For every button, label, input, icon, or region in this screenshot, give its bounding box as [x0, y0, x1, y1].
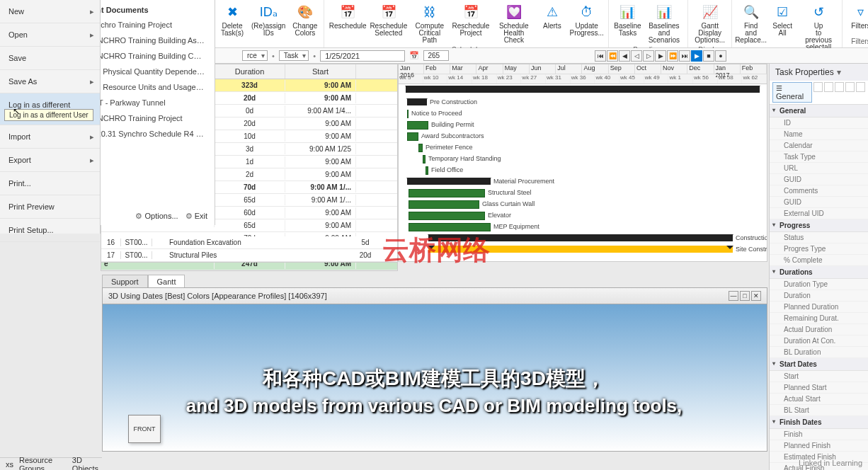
tab-support[interactable]: Support: [102, 275, 148, 288]
btab-1[interactable]: xs: [6, 460, 13, 469]
gantt-bar[interactable]: [407, 98, 427, 105]
props-tab-icon-2[interactable]: [824, 82, 833, 92]
prop-item[interactable]: Duration At Con.: [770, 336, 868, 347]
props-tab-icon-3[interactable]: [835, 82, 844, 92]
file-menu-import[interactable]: Import: [0, 125, 100, 149]
prop-item[interactable]: Duration Type: [770, 279, 868, 290]
ribbon-change-colors[interactable]: 🎨Change Colors: [290, 1, 319, 45]
gantt-bar[interactable]: [407, 178, 491, 185]
prop-section-general[interactable]: General: [770, 105, 868, 118]
gantt-bar[interactable]: [407, 121, 428, 130]
file-menu-export[interactable]: Export: [0, 149, 100, 172]
prop-item[interactable]: External UID: [770, 208, 868, 219]
options-link[interactable]: Options...: [135, 212, 178, 221]
close-icon[interactable]: ✕: [751, 291, 761, 301]
nav-prev-icon[interactable]: ◀: [619, 50, 630, 62]
ribbon-gantt-display-options-[interactable]: 📈Gantt Display Options...: [692, 1, 727, 45]
col-duration[interactable]: Duration: [215, 64, 285, 79]
file-menu-open[interactable]: Open: [0, 23, 100, 47]
gantt-bar[interactable]: [409, 223, 491, 231]
file-menu-save[interactable]: Save: [0, 47, 100, 70]
file-menu-print-preview[interactable]: Print Preview: [0, 195, 100, 219]
ribbon-update-progress-[interactable]: ⏱Update Progress...: [569, 1, 605, 45]
table-row[interactable]: 17ST00...Structural Piles20d: [101, 249, 397, 262]
ribbon--re-assign-ids[interactable]: IDₐ(Re)assign IDs: [249, 1, 287, 45]
gantt-bar[interactable]: [426, 166, 428, 175]
prop-item[interactable]: % Complete: [770, 255, 868, 266]
prop-item[interactable]: Name: [770, 129, 868, 140]
table-row[interactable]: 16ST00...Foundation Excavation5d: [101, 236, 397, 249]
maximize-icon[interactable]: □: [740, 291, 750, 301]
props-title[interactable]: Task Properties: [770, 64, 868, 81]
prop-section-progress[interactable]: Progress: [770, 219, 868, 232]
gantt-bar[interactable]: [409, 212, 485, 220]
file-menu-new[interactable]: New: [0, 0, 100, 23]
date-field[interactable]: 1/25/2021: [320, 50, 405, 62]
ribbon-reschedule[interactable]: 📅Reschedule: [329, 1, 367, 45]
minimize-icon[interactable]: —: [729, 291, 738, 301]
view-cube-front[interactable]: FRONT: [128, 415, 161, 443]
props-tab-icon-5[interactable]: [856, 82, 865, 92]
gantt-bar[interactable]: [423, 155, 426, 164]
prop-item[interactable]: Status: [770, 232, 868, 243]
prop-item[interactable]: Finish: [770, 429, 868, 440]
file-menu-save-as[interactable]: Save As: [0, 70, 100, 93]
prop-item[interactable]: Duration: [770, 290, 868, 302]
ribbon-up-to-previous-selectall[interactable]: ↺Up to previous selectall: [799, 1, 838, 52]
prop-section-durations[interactable]: Durations: [770, 266, 868, 279]
prop-item[interactable]: URL: [770, 163, 868, 174]
combo-source[interactable]: rce: [242, 50, 268, 61]
prop-item[interactable]: Remaining Durat.: [770, 313, 868, 324]
record-icon[interactable]: ●: [715, 50, 726, 62]
ribbon-baselines-and-scenarios[interactable]: 📊Baselines and Scenarios: [644, 1, 683, 45]
combo-task[interactable]: Task: [279, 50, 309, 61]
ribbon-baseline-tasks[interactable]: 📊Baseline Tasks: [613, 1, 641, 45]
prop-section-finish-dates[interactable]: Finish Dates: [770, 416, 868, 429]
ribbon-find-and-replace-[interactable]: 🔍Find and Replace...: [736, 1, 765, 52]
props-tab-icon-4[interactable]: [845, 82, 855, 92]
play-icon[interactable]: ▶: [691, 50, 702, 62]
nav-step-fwd-icon[interactable]: ▷: [643, 50, 654, 62]
gantt-bar[interactable]: [409, 200, 479, 209]
btab-2[interactable]: Resource Groups: [19, 456, 67, 471]
prop-item[interactable]: Calendar: [770, 140, 868, 151]
file-menu-print-setup-[interactable]: Print Setup...: [0, 219, 100, 242]
tab-gantt[interactable]: Gantt: [148, 275, 185, 288]
nav-step-back-icon[interactable]: ◁: [631, 50, 642, 62]
prop-item[interactable]: BL Duration: [770, 347, 868, 358]
nav-next-icon[interactable]: ▶: [655, 50, 666, 62]
prop-item[interactable]: Progres Type: [770, 243, 868, 255]
btab-3[interactable]: 3D Objects: [72, 456, 102, 471]
ribbon-select-all[interactable]: ☑Select All: [768, 1, 796, 52]
prop-item[interactable]: Planned Duration: [770, 302, 868, 313]
prop-item[interactable]: ID: [770, 118, 868, 129]
nav-first-icon[interactable]: ⏮: [595, 50, 606, 62]
ribbon-alerts[interactable]: ⚠Alerts: [538, 1, 566, 45]
ribbon-schedule-health-check[interactable]: 💟Schedule Health Check: [493, 1, 535, 45]
prop-item[interactable]: Task Type: [770, 151, 868, 163]
file-menu-print-[interactable]: Print...: [0, 172, 100, 195]
prop-item[interactable]: GUID: [770, 197, 868, 208]
prop-item[interactable]: Comments: [770, 185, 868, 197]
zoom-field[interactable]: 265: [423, 50, 449, 61]
ribbon-delete-task-s-[interactable]: ✖Delete Task(s): [218, 1, 246, 45]
prop-item[interactable]: Planned Finish: [770, 440, 868, 452]
gantt-bar[interactable]: [406, 86, 760, 93]
ribbon-reschedule-project[interactable]: 📅Reschedule Project: [452, 1, 490, 45]
gantt-bar[interactable]: [407, 132, 418, 141]
ribbon-filters[interactable]: ▿Filters: [847, 1, 868, 37]
prop-item[interactable]: GUID: [770, 174, 868, 185]
stop-icon[interactable]: ■: [703, 50, 714, 62]
gantt-bar[interactable]: [407, 110, 409, 118]
gantt-bar[interactable]: [418, 144, 423, 152]
date-picker-icon[interactable]: 📅: [409, 51, 419, 60]
nav-next2-icon[interactable]: ⏩: [667, 50, 678, 62]
nav-last-icon[interactable]: ⏭: [679, 50, 690, 62]
ribbon-reschedule-selected[interactable]: 📅Reschedule Selected: [370, 1, 408, 45]
nav-prev2-icon[interactable]: ⏪: [607, 50, 618, 62]
props-tab-general[interactable]: ☰ General: [772, 82, 812, 103]
col-start[interactable]: Start: [285, 64, 356, 79]
props-tab-icon-1[interactable]: [813, 82, 823, 92]
exit-link[interactable]: Exit: [185, 212, 207, 221]
ribbon-compute-critical-path[interactable]: ⛓Compute Critical Path: [411, 1, 450, 45]
